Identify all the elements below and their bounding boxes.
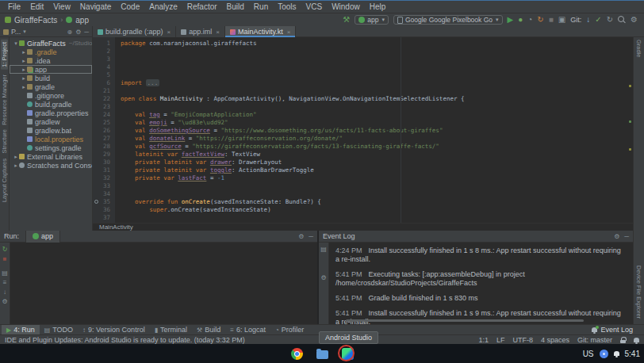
tree-item-app[interactable]: ▸app <box>10 65 92 74</box>
taskbar-files-button[interactable] <box>316 347 328 360</box>
gutter-line-number[interactable]: 22 <box>93 95 115 103</box>
stop-icon[interactable]: ■ <box>3 256 7 262</box>
tree-item-gradle[interactable]: ▸gradle <box>10 82 92 91</box>
run-console[interactable] <box>10 243 317 324</box>
gutter-line-number[interactable]: 2 <box>93 48 115 55</box>
breadcrumb-class[interactable]: MainActivity <box>99 224 133 231</box>
gutter-line-number[interactable]: 23 <box>93 103 115 111</box>
panel-settings-gear-icon[interactable]: ⚙ <box>75 29 81 36</box>
horizontal-scrollbar[interactable] <box>346 319 584 322</box>
event-filter-icon[interactable]: ▤ <box>320 246 327 253</box>
code-editor[interactable]: 1package com.naranjaconsal.giraffefacts2… <box>93 37 633 223</box>
code-text[interactable] <box>115 55 121 63</box>
hide-panel-icon[interactable]: ─ <box>624 233 629 240</box>
status-1-1[interactable]: 1:1 <box>478 336 489 344</box>
run-button-icon[interactable]: ▶ <box>508 16 514 24</box>
settings-gear-icon[interactable]: ⚙ <box>631 16 638 24</box>
code-text[interactable] <box>115 87 121 95</box>
gutter-line-number[interactable]: 21 <box>93 87 115 95</box>
menu-navigate[interactable]: Navigate <box>75 2 116 11</box>
toolwindow-button-terminal[interactable]: ▮Terminal <box>150 325 192 335</box>
toolwindow-button-4-run[interactable]: ▶4: Run <box>2 325 40 335</box>
breadcrumb-project[interactable]: GiraffeFacts <box>14 16 57 25</box>
code-text[interactable]: override fun onCreate(savedInstanceState… <box>115 198 321 206</box>
taskbar-android-studio-button[interactable] <box>341 347 354 360</box>
code-text[interactable]: val tag = "EmojiCompatApplication" <box>115 111 257 119</box>
tree-item-local-properties[interactable]: local.properties <box>10 135 92 143</box>
code-text[interactable] <box>115 214 121 222</box>
tool-stripe-resource-manager[interactable]: Resource Manager <box>1 75 8 125</box>
tree-item-build-gradle[interactable]: build.gradle <box>10 100 92 109</box>
tree-item-settings-gradle[interactable]: settings.gradle <box>10 143 92 152</box>
tree-chevron-icon[interactable]: ▸ <box>21 49 27 55</box>
code-text[interactable]: private lateinit var toggle: ActionBarDr… <box>115 166 314 174</box>
status-message[interactable]: IDE and Plugin Updates: Android Studio i… <box>5 336 245 344</box>
soft-wrap-icon[interactable]: ≡ <box>3 280 7 286</box>
tree-item-gradle-properties[interactable]: gradle.properties <box>10 109 92 117</box>
gutter-line-number[interactable]: 6 <box>93 79 115 87</box>
gutter-line-number[interactable]: 26 <box>93 127 115 135</box>
console-settings-icon[interactable]: ⚙ <box>2 299 7 305</box>
gutter-line-number[interactable]: 33 <box>93 182 115 190</box>
apply-changes-icon[interactable]: ↻ <box>537 16 543 24</box>
hide-panel-icon[interactable]: ─ <box>309 233 313 240</box>
editor-tab-app-iml[interactable]: app.iml× <box>176 26 225 37</box>
code-text[interactable]: super.onCreate(savedInstanceState) <box>115 206 271 214</box>
tree-chevron-icon[interactable]: ▸ <box>21 58 27 64</box>
system-tray[interactable]: US 5:41 <box>583 344 640 363</box>
gutter-line-number[interactable]: 31 <box>93 166 115 174</box>
search-everywhere-icon[interactable] <box>618 16 626 24</box>
clock[interactable]: 5:41 <box>625 350 640 358</box>
menu-view[interactable]: View <box>48 2 75 11</box>
gutter-line-number[interactable]: 24 <box>93 111 115 119</box>
menu-refactor[interactable]: Refactor <box>182 2 222 11</box>
git-commit-icon[interactable]: ✓ <box>595 16 601 24</box>
tool-stripe-layout-captures[interactable]: Layout Captures <box>1 159 8 202</box>
gutter-line-number[interactable]: 25 <box>93 119 115 127</box>
gutter-line-number[interactable]: 28 <box>93 143 115 151</box>
editor-tab-build-gradle-app[interactable]: build.gradle (:app)× <box>93 26 176 37</box>
debug-bug-icon[interactable]: ● <box>518 16 523 24</box>
gutter-line-number[interactable]: 30 <box>93 159 115 166</box>
code-text[interactable]: val doSomethingSource = "https://www.dos… <box>115 127 443 135</box>
tray-bell-icon[interactable] <box>614 351 619 356</box>
menu-help[interactable]: Help <box>365 2 391 11</box>
code-text[interactable] <box>115 190 121 198</box>
code-text[interactable] <box>115 48 121 55</box>
menu-build[interactable]: Build <box>222 2 249 11</box>
clear-console-icon[interactable]: ▤ <box>2 270 8 277</box>
attach-debugger-icon[interactable]: ▣ <box>558 16 565 24</box>
stop-button-icon[interactable]: ■ <box>549 16 554 24</box>
menu-edit[interactable]: Edit <box>25 2 48 11</box>
code-text[interactable]: package com.naranjaconsal.giraffefacts <box>115 40 257 48</box>
tree-item-gradlew[interactable]: gradlew <box>10 117 92 126</box>
gutter-line-number[interactable]: 1 <box>93 40 115 48</box>
event-log-button[interactable]: Event Log <box>592 326 633 334</box>
hide-panel-icon[interactable]: ─ <box>84 29 89 36</box>
status-utf-8[interactable]: UTF-8 <box>512 336 533 344</box>
close-tab-icon[interactable]: × <box>287 29 291 36</box>
tree-chevron-icon[interactable]: ▸ <box>21 67 27 73</box>
menu-analyze[interactable]: Analyze <box>144 2 182 11</box>
event-settings-wrench-icon[interactable]: ⚙ <box>320 275 326 281</box>
tree-item-gitignore[interactable]: .gitignore <box>10 91 92 100</box>
run-tab-app[interactable]: app <box>25 231 60 243</box>
locate-file-icon[interactable]: ⊕ <box>67 29 72 36</box>
tree-item-external-libraries[interactable]: ▸External Libraries <box>10 152 92 161</box>
toolwindow-button-build[interactable]: ⚒Build <box>192 325 225 335</box>
menu-code[interactable]: Code <box>116 2 144 11</box>
scroll-to-end-icon[interactable]: ↓ <box>3 289 6 296</box>
menu-file[interactable]: File <box>3 2 25 11</box>
profiler-button-icon[interactable]: ◔ <box>527 16 532 24</box>
toolwindow-button-profiler[interactable]: ◔Profiler <box>270 325 309 335</box>
tree-item-scratches-and-consoles[interactable]: ▸Scratches and Consoles <box>10 161 92 170</box>
git-revert-icon[interactable]: ↻ <box>607 16 613 24</box>
notifications-bell-icon[interactable] <box>634 338 639 342</box>
code-text[interactable]: open class MainActivity : AppCompatActiv… <box>115 95 464 103</box>
build-hammer-icon[interactable]: ⚒ <box>343 16 350 24</box>
code-text[interactable]: val emoji = "\ud83e\udd92" <box>115 119 228 127</box>
editor-tab-mainactivity-kt[interactable]: MainActivity.kt× <box>225 26 297 37</box>
run-config-selector[interactable]: app ▾ <box>355 15 389 25</box>
status-lf[interactable]: LF <box>496 336 505 344</box>
gutter-line-number[interactable]: 37 <box>93 214 115 222</box>
